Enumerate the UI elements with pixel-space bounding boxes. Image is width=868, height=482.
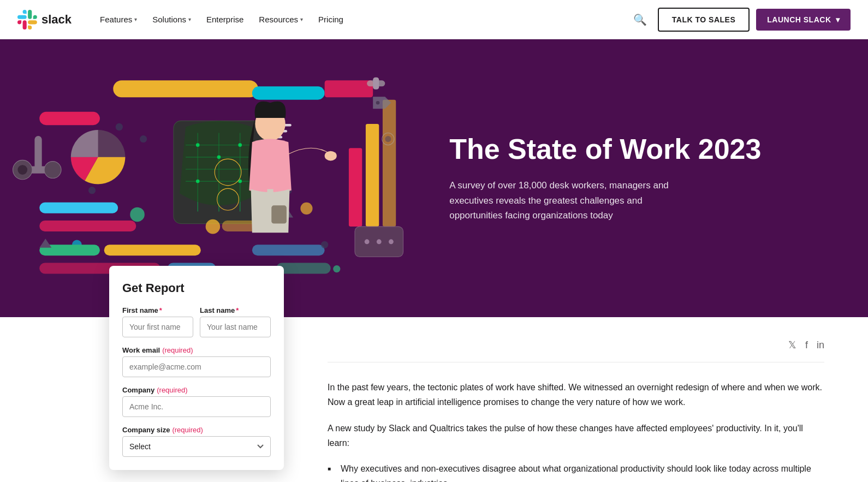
svg-rect-42 [39,203,118,213]
email-input[interactable] [122,356,271,377]
slack-logo-icon [17,10,37,29]
first-name-label: First name* [122,306,193,314]
nav-right: 🔍 TALK TO SALES LAUNCH SLACK ▾ [629,8,851,32]
svg-point-60 [325,151,337,161]
svg-point-39 [300,203,312,215]
svg-point-20 [217,156,221,159]
svg-rect-49 [252,245,325,255]
email-label: Work email(required) [122,346,271,354]
svg-point-35 [389,239,394,244]
svg-rect-3 [252,86,325,99]
nav-links: Features ▾ Solutions ▾ Enterprise Resour… [93,10,629,28]
svg-point-53 [88,187,96,194]
svg-rect-43 [39,221,136,231]
name-row: First name* Last name* [122,306,271,337]
svg-point-8 [17,165,27,175]
nav-resources[interactable]: Resources ▾ [252,10,310,28]
hero-description: A survey of over 18,000 desk workers, ma… [449,178,689,223]
svg-point-9 [44,162,61,178]
svg-point-22 [196,180,200,183]
hero-title: The State of Work 2023 [449,134,824,165]
svg-point-63 [385,136,391,142]
svg-point-36 [206,219,221,234]
last-name-label: Last name* [200,306,271,314]
nav-pricing[interactable]: Pricing [312,10,350,28]
nav-solutions[interactable]: Solutions ▾ [146,10,198,28]
chevron-down-icon: ▾ [134,16,137,22]
company-group: Company(required) [122,386,271,417]
svg-point-19 [196,143,200,147]
content-paragraph-2: A new study by Slack and Qualtrics takes… [328,421,824,450]
logo-text: slack [41,13,72,27]
svg-point-51 [116,123,123,130]
company-size-group: Company size(required) Select 1-10 11-50… [122,426,271,457]
required-text-company: (required) [157,386,187,394]
svg-rect-1 [113,80,258,97]
svg-rect-45 [104,245,201,255]
svg-rect-28 [366,124,379,227]
search-icon[interactable]: 🔍 [629,9,651,31]
svg-point-37 [130,207,145,222]
svg-point-34 [377,239,382,244]
launch-slack-button[interactable]: LAUNCH SLACK ▾ [756,9,851,31]
company-input[interactable] [122,396,271,417]
content-column: 𝕏 f in In the past few years, the tecton… [295,317,868,482]
hero-section: The State of Work 2023 A survey of over … [0,39,868,317]
twitter-icon[interactable]: 𝕏 [788,339,796,351]
svg-rect-27 [349,148,362,227]
chevron-down-icon: ▾ [188,16,191,22]
talk-to-sales-button[interactable]: TALK TO SALES [658,8,750,32]
svg-point-33 [365,239,370,244]
chevron-down-icon: ▾ [836,15,840,24]
svg-rect-4 [325,80,373,97]
svg-rect-61 [271,205,287,223]
company-size-label: Company size(required) [122,426,271,434]
svg-rect-2 [39,112,100,125]
hero-content: The State of Work 2023 A survey of over … [417,39,868,317]
navigation: slack Features ▾ Solutions ▾ Enterprise … [0,0,868,39]
list-item: Why executives and non-executives disagr… [328,461,824,482]
content-paragraph-1: In the past few years, the tectonic plat… [328,380,824,409]
svg-point-52 [140,135,147,142]
svg-rect-31 [373,78,379,90]
facebook-icon[interactable]: f [805,340,808,351]
nav-enterprise[interactable]: Enterprise [200,10,250,28]
required-text-size: (required) [172,426,203,434]
required-star-last: * [236,306,239,314]
content-bullet-list: Why executives and non-executives disagr… [328,461,824,482]
last-name-group: Last name* [200,306,271,337]
svg-rect-50 [276,263,331,274]
logo-link[interactable]: slack [17,10,72,29]
email-group: Work email(required) [122,346,271,377]
svg-point-56 [333,265,340,272]
company-label: Company(required) [122,386,271,394]
first-name-group: First name* [122,306,193,337]
nav-features[interactable]: Features ▾ [93,10,144,28]
get-report-form: Get Report First name* Last name* Work e… [109,266,284,470]
last-name-input[interactable] [200,317,271,337]
svg-point-64 [376,101,380,105]
svg-point-55 [321,241,328,248]
svg-point-21 [238,143,242,147]
form-title: Get Report [122,281,271,295]
first-name-input[interactable] [122,317,193,337]
company-size-select[interactable]: Select 1-10 11-50 51-200 201-1000 1000+ [122,436,271,457]
chevron-down-icon: ▾ [300,16,303,22]
required-text-email: (required) [162,346,193,354]
required-star: * [159,306,162,314]
linkedin-icon[interactable]: in [817,340,824,351]
svg-rect-29 [383,100,396,227]
social-bar: 𝕏 f in [328,339,824,362]
